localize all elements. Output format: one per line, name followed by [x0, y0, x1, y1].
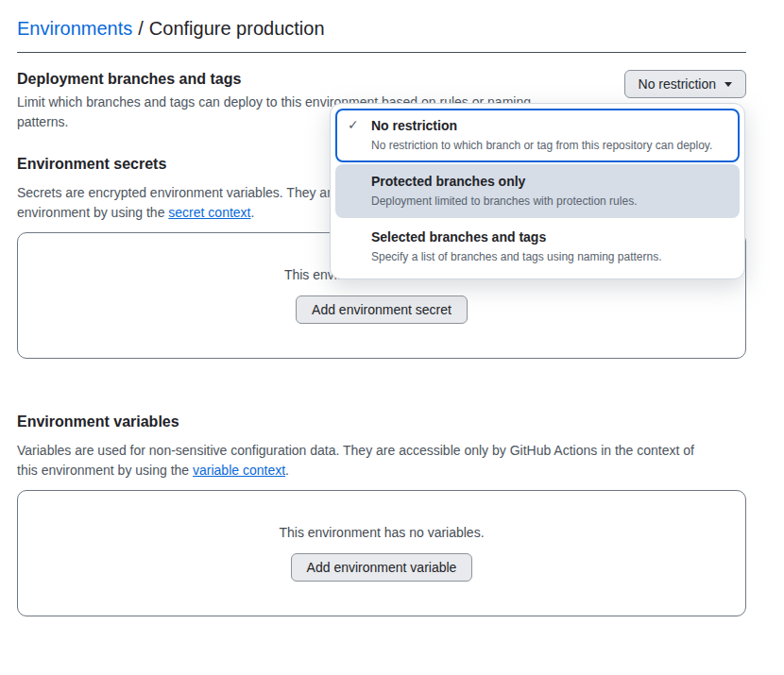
add-environment-secret-button[interactable]: Add environment secret	[296, 295, 468, 324]
menu-item-no-restriction[interactable]: ✓ No restriction No restriction to which…	[335, 109, 740, 162]
variables-description-line2-prefix: this environment by using the	[17, 463, 193, 478]
chevron-down-icon	[724, 82, 732, 87]
menu-item-title: No restriction	[371, 117, 728, 134]
menu-item-title: Selected branches and tags	[371, 228, 728, 245]
variables-empty-text: This environment has no variables.	[279, 525, 484, 540]
restriction-dropdown-button[interactable]: No restriction	[624, 70, 746, 98]
deployment-heading: Deployment branches and tags	[17, 70, 531, 89]
secret-context-link[interactable]: secret context	[168, 205, 250, 220]
variables-empty-box: This environment has no variables. Add e…	[17, 490, 746, 616]
menu-item-description: No restriction to which branch or tag fr…	[371, 138, 728, 153]
add-environment-variable-button[interactable]: Add environment variable	[291, 553, 473, 582]
breadcrumb-environments-link[interactable]: Environments	[17, 18, 132, 39]
menu-item-protected-branches[interactable]: Protected branches only Deployment limit…	[335, 164, 740, 218]
check-icon: ✓	[348, 117, 359, 132]
restriction-dropdown-button-label: No restriction	[639, 76, 716, 92]
menu-item-description: Deployment limited to branches with prot…	[371, 194, 728, 209]
variable-context-link[interactable]: variable context	[193, 463, 285, 478]
page: Environments/Configure production Deploy…	[0, 0, 784, 616]
secrets-description-suffix: .	[250, 205, 254, 220]
title-divider	[17, 52, 746, 53]
breadcrumb-current: Configure production	[149, 18, 325, 39]
menu-item-description: Specify a list of branches and tags usin…	[371, 249, 728, 264]
variables-description: Variables are used for non-sensitive con…	[17, 441, 746, 481]
menu-item-selected-branches[interactable]: Selected branches and tags Specify a lis…	[335, 220, 740, 274]
variables-section: Environment variables Variables are used…	[17, 413, 746, 616]
variables-description-suffix: .	[285, 463, 289, 478]
variables-heading: Environment variables	[17, 413, 746, 431]
page-title: Environments/Configure production	[17, 15, 746, 42]
menu-item-title: Protected branches only	[371, 173, 728, 190]
secrets-description-line2-prefix: environment by using the	[17, 205, 168, 220]
variables-description-line1: Variables are used for non-sensitive con…	[17, 441, 746, 461]
breadcrumb-separator: /	[138, 18, 144, 39]
restriction-dropdown-menu: ✓ No restriction No restriction to which…	[330, 103, 745, 279]
variables-description-line2: this environment by using the variable c…	[17, 461, 746, 481]
